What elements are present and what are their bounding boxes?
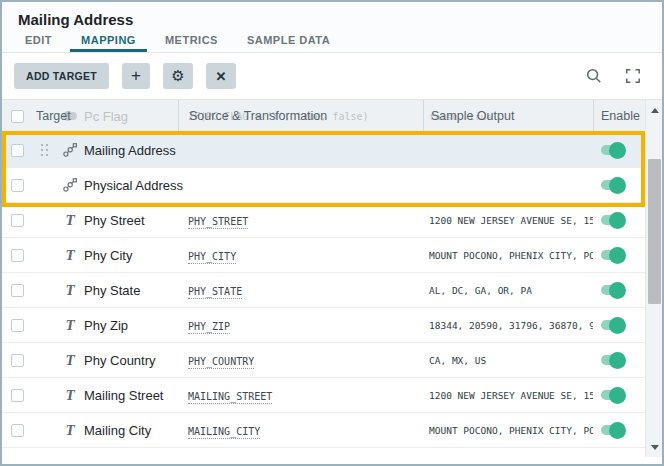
column-header-sample: Sample Output [423,100,593,132]
mapping-toolbar: ADD TARGET + ⚙ ✕ [2,53,662,100]
page-title: Mailing Address [18,11,646,28]
text-type-icon: T [65,423,74,438]
row-source-link[interactable]: MAILING_STREET [188,391,272,404]
mapping-panel: Mailing Address EDIT MAPPING METRICS SAM… [0,0,664,466]
tab-mapping[interactable]: MAPPING [70,34,147,52]
row-checkbox[interactable] [11,249,24,262]
vertical-scrollbar[interactable] [645,100,662,457]
tab-edit[interactable]: EDIT [14,34,63,52]
mapping-table: Pc Flag IF(PC_FLAG = 'Y', true, false) f… [2,100,662,457]
tab-bar: EDIT MAPPING METRICS SAMPLE DATA [2,32,662,53]
text-type-icon: T [65,318,74,333]
row-enable-toggle[interactable] [601,250,624,260]
table-row[interactable]: T Phy Country PHY_COUNTRY CA, MX, US [2,343,645,378]
table-row[interactable]: T Phy Street PHY_STREET 1200 NEW JERSEY … [2,203,645,238]
row-checkbox[interactable] [11,319,24,332]
row-target-label: Mailing Street [84,388,178,403]
delete-button[interactable]: ✕ [206,63,236,89]
row-checkbox[interactable] [11,389,24,402]
select-all-checkbox[interactable] [11,110,24,123]
tab-sample-data[interactable]: SAMPLE DATA [236,34,341,52]
row-source-link[interactable]: MAILING_CITY [188,426,260,439]
row-enable-toggle[interactable] [601,180,624,190]
maximize-icon[interactable] [626,69,640,83]
row-sample-output: MOUNT POCONO, PHENIX CITY, PO [423,250,593,261]
table-row[interactable]: T Mailing City MAILING_CITY MOUNT POCONO… [2,413,645,448]
row-target-label: Phy Zip [84,318,178,333]
text-type-icon: T [65,283,74,298]
column-header-source: Source & Transformation [178,100,423,132]
row-checkbox[interactable] [11,179,24,192]
table-header: Pc Flag IF(PC_FLAG = 'Y', true, false) f… [2,100,645,133]
row-source-link[interactable]: PHY_STREET [188,216,248,229]
settings-button[interactable]: ⚙ [163,63,193,89]
row-checkbox[interactable] [11,354,24,367]
table-row[interactable]: T Mailing Street MAILING_STREET 1200 NEW… [2,378,645,413]
row-source-link[interactable]: PHY_CITY [188,251,236,264]
row-enable-toggle[interactable] [601,390,624,400]
add-field-button[interactable]: + [122,63,150,89]
text-type-icon: T [65,388,74,403]
link-icon [62,177,78,193]
row-checkbox[interactable] [11,214,24,227]
row-target-label: Physical Address [84,178,178,193]
row-source-link[interactable]: PHY_COUNTRY [188,356,254,369]
row-target-label: Phy City [84,248,178,263]
row-target-label: Phy State [84,283,178,298]
row-enable-toggle[interactable] [601,425,624,435]
row-source-link[interactable]: PHY_ZIP [188,321,230,334]
row-source-link[interactable]: PHY_STATE [188,286,242,299]
tab-metrics[interactable]: METRICS [154,34,229,52]
add-target-button[interactable]: ADD TARGET [14,63,109,89]
text-type-icon: T [65,213,74,228]
row-target-label: Phy Street [84,213,178,228]
row-checkbox[interactable] [11,284,24,297]
column-header-enable: Enable [593,100,645,132]
row-sample-output: MOUNT POCONO, PHENIX CITY, PO [423,425,593,436]
scrollbar-thumb[interactable] [648,159,661,304]
scroll-up-arrow[interactable] [646,102,663,118]
row-sample-output: 1200 NEW JERSEY AVENUE SE, 15 [423,215,593,226]
row-target-label: Phy Country [84,353,178,368]
row-checkbox[interactable] [11,144,24,157]
drag-handle-icon[interactable] [41,144,48,156]
row-enable-toggle[interactable] [601,215,624,225]
search-icon[interactable] [586,68,602,84]
row-sample-output: AL, DC, GA, OR, PA [423,285,593,296]
text-type-icon: T [65,248,74,263]
top-band: Mailing Address EDIT MAPPING METRICS SAM… [2,2,662,53]
scroll-down-arrow[interactable] [646,439,663,455]
table-row[interactable]: T Phy Zip PHY_ZIP 18344, 20590, 31796, 3… [2,308,645,343]
table-row[interactable]: T Phy State PHY_STATE AL, DC, GA, OR, PA [2,273,645,308]
row-enable-toggle[interactable] [601,285,624,295]
row-sample-output: 18344, 20590, 31796, 36870, 9 [423,320,593,331]
table-row[interactable]: T Physical Address [2,168,645,203]
row-enable-toggle[interactable] [601,145,624,155]
table-body: T Mailing Address T Physical Address [2,133,645,448]
table-row[interactable]: T Phy City PHY_CITY MOUNT POCONO, PHENIX… [2,238,645,273]
row-enable-toggle[interactable] [601,320,624,330]
table-row[interactable]: T Mailing Address [2,133,645,168]
row-sample-output: CA, MX, US [423,355,593,366]
row-enable-toggle[interactable] [601,355,624,365]
row-checkbox[interactable] [11,424,24,437]
row-target-label: Mailing Address [84,143,178,158]
link-icon [62,142,78,158]
column-header-target: Target [32,109,178,123]
row-target-label: Mailing City [84,423,178,438]
row-sample-output: 1200 NEW JERSEY AVENUE SE, 15 [423,390,593,401]
text-type-icon: T [65,353,74,368]
